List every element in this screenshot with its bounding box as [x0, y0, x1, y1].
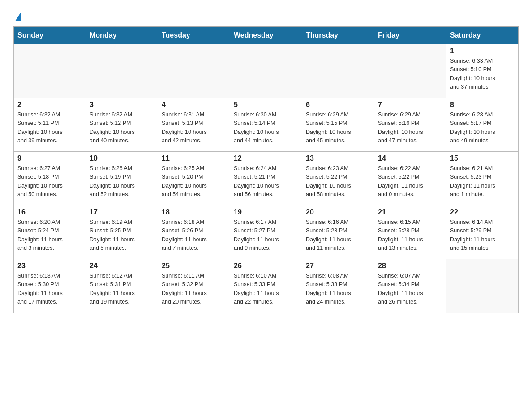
day-info: Sunrise: 6:07 AMSunset: 5:34 PMDaylight:… [378, 272, 442, 307]
calendar-cell: 14Sunrise: 6:22 AMSunset: 5:22 PMDayligh… [374, 152, 446, 206]
day-info: Sunrise: 6:32 AMSunset: 5:12 PMDaylight:… [90, 111, 154, 146]
calendar-header-friday: Friday [374, 27, 446, 44]
calendar-cell: 6Sunrise: 6:29 AMSunset: 5:15 PMDaylight… [302, 98, 374, 152]
day-number: 20 [306, 208, 370, 216]
calendar-cell [158, 44, 230, 98]
day-info: Sunrise: 6:13 AMSunset: 5:30 PMDaylight:… [17, 272, 82, 307]
calendar-cell: 10Sunrise: 6:26 AMSunset: 5:19 PMDayligh… [86, 152, 158, 206]
day-info: Sunrise: 6:11 AMSunset: 5:32 PMDaylight:… [162, 272, 226, 307]
calendar-cell: 27Sunrise: 6:08 AMSunset: 5:33 PMDayligh… [302, 259, 374, 313]
day-info: Sunrise: 6:26 AMSunset: 5:19 PMDaylight:… [90, 164, 154, 199]
day-info: Sunrise: 6:17 AMSunset: 5:27 PMDaylight:… [234, 218, 298, 253]
day-info: Sunrise: 6:10 AMSunset: 5:33 PMDaylight:… [234, 272, 298, 307]
day-number: 13 [306, 154, 370, 163]
calendar-header-wednesday: Wednesday [230, 27, 302, 44]
calendar-cell: 15Sunrise: 6:21 AMSunset: 5:23 PMDayligh… [446, 152, 519, 206]
calendar-header-tuesday: Tuesday [158, 27, 230, 44]
day-number: 5 [234, 101, 298, 109]
day-number: 18 [162, 208, 226, 216]
calendar-cell: 16Sunrise: 6:20 AMSunset: 5:24 PMDayligh… [14, 206, 86, 259]
day-info: Sunrise: 6:15 AMSunset: 5:28 PMDaylight:… [378, 218, 442, 253]
calendar-cell: 7Sunrise: 6:29 AMSunset: 5:16 PMDaylight… [374, 98, 446, 152]
calendar-table: SundayMondayTuesdayWednesdayThursdayFrid… [13, 26, 519, 313]
calendar-cell: 12Sunrise: 6:24 AMSunset: 5:21 PMDayligh… [230, 152, 302, 206]
day-number: 2 [17, 101, 82, 109]
calendar-cell [302, 44, 374, 98]
day-number: 28 [378, 262, 442, 270]
calendar-cell: 9Sunrise: 6:27 AMSunset: 5:18 PMDaylight… [14, 152, 86, 206]
day-info: Sunrise: 6:33 AMSunset: 5:10 PMDaylight:… [450, 57, 515, 92]
day-info: Sunrise: 6:29 AMSunset: 5:15 PMDaylight:… [306, 111, 370, 146]
calendar-cell [14, 44, 86, 98]
day-info: Sunrise: 6:08 AMSunset: 5:33 PMDaylight:… [306, 272, 370, 307]
calendar-cell: 18Sunrise: 6:18 AMSunset: 5:26 PMDayligh… [158, 206, 230, 259]
day-info: Sunrise: 6:22 AMSunset: 5:22 PMDaylight:… [378, 164, 442, 199]
day-info: Sunrise: 6:25 AMSunset: 5:20 PMDaylight:… [162, 164, 226, 199]
day-number: 1 [450, 47, 515, 55]
calendar-cell: 19Sunrise: 6:17 AMSunset: 5:27 PMDayligh… [230, 206, 302, 259]
calendar-cell: 17Sunrise: 6:19 AMSunset: 5:25 PMDayligh… [86, 206, 158, 259]
calendar-week-row: 9Sunrise: 6:27 AMSunset: 5:18 PMDaylight… [14, 152, 519, 206]
calendar-header-saturday: Saturday [446, 27, 519, 44]
calendar-cell: 20Sunrise: 6:16 AMSunset: 5:28 PMDayligh… [302, 206, 374, 259]
day-number: 3 [90, 101, 154, 109]
logo-triangle-icon [15, 11, 21, 21]
calendar-cell: 4Sunrise: 6:31 AMSunset: 5:13 PMDaylight… [158, 98, 230, 152]
calendar-header-monday: Monday [86, 27, 158, 44]
day-number: 23 [17, 262, 82, 270]
day-info: Sunrise: 6:28 AMSunset: 5:17 PMDaylight:… [450, 111, 515, 146]
calendar-header-row: SundayMondayTuesdayWednesdayThursdayFrid… [14, 27, 519, 44]
day-number: 17 [90, 208, 154, 216]
calendar-cell [374, 44, 446, 98]
calendar-cell: 21Sunrise: 6:15 AMSunset: 5:28 PMDayligh… [374, 206, 446, 259]
calendar-header-sunday: Sunday [14, 27, 86, 44]
calendar-cell: 2Sunrise: 6:32 AMSunset: 5:11 PMDaylight… [14, 98, 86, 152]
day-number: 8 [450, 101, 515, 109]
day-info: Sunrise: 6:32 AMSunset: 5:11 PMDaylight:… [17, 111, 82, 146]
day-info: Sunrise: 6:12 AMSunset: 5:31 PMDaylight:… [90, 272, 154, 307]
day-info: Sunrise: 6:30 AMSunset: 5:14 PMDaylight:… [234, 111, 298, 146]
day-info: Sunrise: 6:27 AMSunset: 5:18 PMDaylight:… [17, 164, 82, 199]
logo [13, 9, 21, 22]
calendar-week-row: 16Sunrise: 6:20 AMSunset: 5:24 PMDayligh… [14, 206, 519, 259]
day-number: 9 [17, 154, 82, 163]
page-header [13, 9, 519, 22]
calendar-cell: 11Sunrise: 6:25 AMSunset: 5:20 PMDayligh… [158, 152, 230, 206]
calendar-cell: 26Sunrise: 6:10 AMSunset: 5:33 PMDayligh… [230, 259, 302, 313]
calendar-week-row: 2Sunrise: 6:32 AMSunset: 5:11 PMDaylight… [14, 98, 519, 152]
day-number: 6 [306, 101, 370, 109]
day-number: 26 [234, 262, 298, 270]
day-number: 14 [378, 154, 442, 163]
calendar-cell [446, 259, 519, 313]
day-info: Sunrise: 6:31 AMSunset: 5:13 PMDaylight:… [162, 111, 226, 146]
day-info: Sunrise: 6:16 AMSunset: 5:28 PMDaylight:… [306, 218, 370, 253]
calendar-cell: 28Sunrise: 6:07 AMSunset: 5:34 PMDayligh… [374, 259, 446, 313]
day-number: 15 [450, 154, 515, 163]
calendar-cell: 24Sunrise: 6:12 AMSunset: 5:31 PMDayligh… [86, 259, 158, 313]
day-number: 22 [450, 208, 515, 216]
day-info: Sunrise: 6:29 AMSunset: 5:16 PMDaylight:… [378, 111, 442, 146]
day-number: 10 [90, 154, 154, 163]
day-number: 11 [162, 154, 226, 163]
calendar-cell: 13Sunrise: 6:23 AMSunset: 5:22 PMDayligh… [302, 152, 374, 206]
calendar-cell [230, 44, 302, 98]
day-number: 7 [378, 101, 442, 109]
calendar-cell: 23Sunrise: 6:13 AMSunset: 5:30 PMDayligh… [14, 259, 86, 313]
day-number: 19 [234, 208, 298, 216]
day-number: 25 [162, 262, 226, 270]
day-info: Sunrise: 6:24 AMSunset: 5:21 PMDaylight:… [234, 164, 298, 199]
calendar-cell: 1Sunrise: 6:33 AMSunset: 5:10 PMDaylight… [446, 44, 519, 98]
calendar-week-row: 1Sunrise: 6:33 AMSunset: 5:10 PMDaylight… [14, 44, 519, 98]
day-info: Sunrise: 6:20 AMSunset: 5:24 PMDaylight:… [17, 218, 82, 253]
day-number: 27 [306, 262, 370, 270]
calendar-week-row: 23Sunrise: 6:13 AMSunset: 5:30 PMDayligh… [14, 259, 519, 313]
day-number: 24 [90, 262, 154, 270]
calendar-cell: 22Sunrise: 6:14 AMSunset: 5:29 PMDayligh… [446, 206, 519, 259]
day-info: Sunrise: 6:21 AMSunset: 5:23 PMDaylight:… [450, 164, 515, 199]
day-number: 16 [17, 208, 82, 216]
day-number: 12 [234, 154, 298, 163]
day-info: Sunrise: 6:18 AMSunset: 5:26 PMDaylight:… [162, 218, 226, 253]
calendar-header-thursday: Thursday [302, 27, 374, 44]
calendar-cell: 8Sunrise: 6:28 AMSunset: 5:17 PMDaylight… [446, 98, 519, 152]
day-number: 4 [162, 101, 226, 109]
